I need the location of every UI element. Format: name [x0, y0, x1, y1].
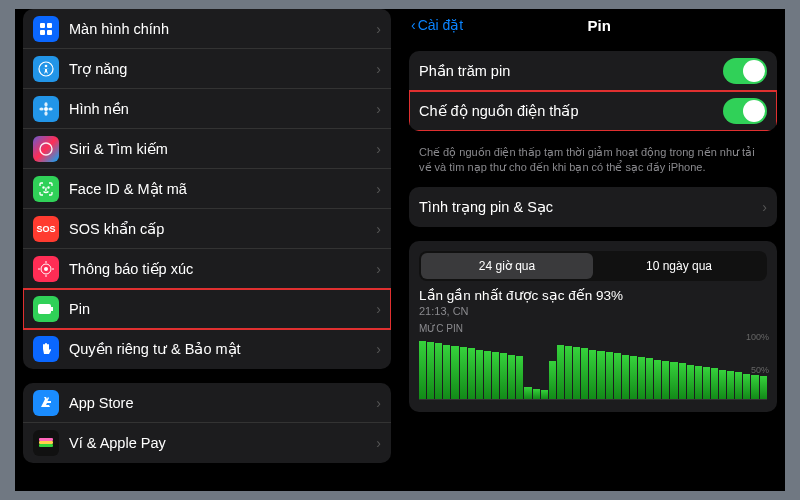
svg-point-5 — [45, 64, 48, 67]
toggle-switch-0[interactable] — [723, 58, 767, 84]
back-button[interactable]: ‹ Cài đặt — [411, 17, 463, 33]
settings-row-4[interactable]: Face ID & Mật mã› — [23, 169, 391, 209]
battery-toggles-group: Phần trăm pinChế độ nguồn điện thấp — [409, 51, 777, 131]
settings-list-pane: Màn hình chính›Trợ năng›Hình nền›Siri & … — [15, 9, 401, 491]
settings-label-3: Siri & Tìm kiếm — [69, 141, 376, 157]
chart-bar — [451, 346, 458, 399]
svg-point-9 — [39, 107, 43, 110]
settings-label-6: Thông báo tiếp xúc — [69, 261, 376, 277]
segment-10d[interactable]: 10 ngày qua — [593, 253, 765, 279]
settings-row-1[interactable]: Trợ năng› — [23, 49, 391, 89]
chart-bar — [614, 353, 621, 398]
svg-rect-2 — [40, 30, 45, 35]
page-title: Pin — [463, 17, 735, 34]
nav-header: ‹ Cài đặt Pin — [405, 9, 781, 41]
battery-health-label: Tình trạng pin & Sạc — [419, 199, 762, 215]
svg-point-11 — [40, 143, 52, 155]
svg-rect-20 — [38, 304, 51, 314]
chart-bar — [435, 343, 442, 398]
store-label-1: Ví & Apple Pay — [69, 435, 376, 451]
segment-24h[interactable]: 24 giờ qua — [421, 253, 593, 279]
svg-rect-3 — [47, 30, 52, 35]
exposure-icon — [33, 256, 59, 282]
chart-bar — [662, 361, 669, 399]
chart-bar — [549, 361, 556, 399]
chart-bar — [484, 351, 491, 399]
chart-bar — [492, 352, 499, 399]
chart-bar — [589, 350, 596, 399]
settings-row-6[interactable]: Thông báo tiếp xúc› — [23, 249, 391, 289]
svg-point-12 — [43, 186, 44, 187]
chart-bar — [687, 365, 694, 399]
chart-bar — [524, 387, 531, 398]
chevron-right-icon: › — [376, 221, 381, 237]
svg-rect-0 — [40, 23, 45, 28]
chart-bar — [581, 348, 588, 398]
settings-row-5[interactable]: SOSSOS khẩn cấp› — [23, 209, 391, 249]
settings-group-main: Màn hình chính›Trợ năng›Hình nền›Siri & … — [23, 9, 391, 369]
chevron-left-icon: ‹ — [411, 17, 416, 33]
chart-bar — [646, 358, 653, 398]
svg-point-8 — [44, 111, 47, 115]
chart-bar — [751, 375, 758, 399]
chevron-right-icon: › — [376, 101, 381, 117]
chevron-right-icon: › — [376, 435, 381, 451]
chart-bar — [719, 370, 726, 399]
toggle-row-1: Chế độ nguồn điện thấp — [409, 91, 777, 131]
chart-bar — [468, 348, 475, 398]
store-row-0[interactable]: App Store› — [23, 383, 391, 423]
settings-row-0[interactable]: Màn hình chính› — [23, 9, 391, 49]
settings-label-8: Quyền riêng tư & Bảo mật — [69, 341, 376, 357]
chart-bar — [541, 390, 548, 399]
faceid-icon — [33, 176, 59, 202]
settings-row-8[interactable]: Quyền riêng tư & Bảo mật› — [23, 329, 391, 369]
appstore-icon — [33, 390, 59, 416]
chart-bar — [670, 362, 677, 399]
settings-label-0: Màn hình chính — [69, 21, 376, 37]
siri-icon — [33, 136, 59, 162]
toggle-label-0: Phần trăm pin — [419, 63, 723, 79]
back-label: Cài đặt — [418, 17, 464, 33]
battery-icon — [33, 296, 59, 322]
chart-bar — [597, 351, 604, 399]
svg-point-10 — [48, 107, 52, 110]
toggle-switch-1[interactable] — [723, 98, 767, 124]
svg-point-7 — [44, 102, 47, 106]
chart-bar — [419, 341, 426, 399]
y-axis-100: 100% — [746, 332, 769, 342]
settings-label-7: Pin — [69, 301, 376, 317]
settings-group-store: App Store›Ví & Apple Pay› — [23, 383, 391, 463]
chart-bar — [743, 374, 750, 399]
chart-bar — [565, 346, 572, 399]
settings-row-3[interactable]: Siri & Tìm kiếm› — [23, 129, 391, 169]
battery-detail-pane: ‹ Cài đặt Pin Phần trăm pinChế độ nguồn … — [401, 9, 785, 491]
settings-row-7[interactable]: Pin› — [23, 289, 391, 329]
home-grid-icon — [33, 16, 59, 42]
settings-label-2: Hình nền — [69, 101, 376, 117]
store-row-1[interactable]: Ví & Apple Pay› — [23, 423, 391, 463]
low-power-footnote: Chế độ nguồn điện thấp tạm thời giảm hoạ… — [405, 145, 781, 187]
svg-rect-23 — [39, 441, 53, 444]
svg-point-15 — [44, 267, 48, 271]
svg-rect-1 — [47, 23, 52, 28]
chart-bar — [622, 355, 629, 399]
chevron-right-icon: › — [762, 199, 767, 215]
chevron-right-icon: › — [376, 21, 381, 37]
chart-bar — [573, 347, 580, 399]
chart-bar — [654, 360, 661, 399]
wallet-icon — [33, 430, 59, 456]
chevron-right-icon: › — [376, 141, 381, 157]
chart-bar — [443, 345, 450, 399]
flower-icon — [33, 96, 59, 122]
chart-bar — [703, 367, 710, 399]
chevron-right-icon: › — [376, 395, 381, 411]
chart-bar — [638, 357, 645, 399]
battery-health-row[interactable]: Tình trạng pin & Sạc › — [409, 187, 777, 227]
accessibility-icon — [33, 56, 59, 82]
settings-label-5: SOS khẩn cấp — [69, 221, 376, 237]
chart-bar — [516, 356, 523, 399]
sos-icon: SOS — [33, 216, 59, 242]
chart-bar — [727, 371, 734, 399]
settings-row-2[interactable]: Hình nền› — [23, 89, 391, 129]
time-range-segmented: 24 giờ qua 10 ngày qua — [419, 251, 767, 281]
